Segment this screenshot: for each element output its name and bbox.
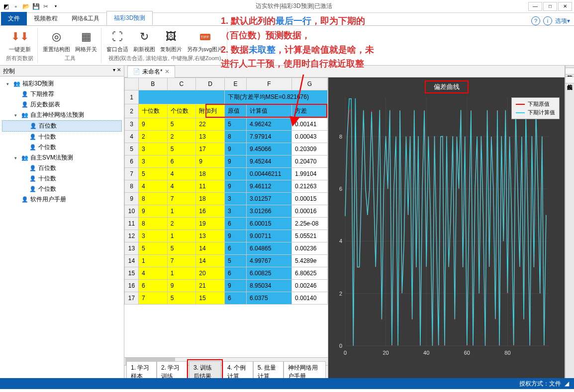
- data-cell[interactable]: 9: [139, 205, 168, 218]
- data-cell[interactable]: 15: [196, 292, 225, 305]
- fit-window-button[interactable]: ⛶窗口合适: [106, 29, 128, 53]
- qat-dropdown-icon[interactable]: ▾: [52, 2, 60, 10]
- data-cell[interactable]: 0.00236: [292, 242, 328, 255]
- data-cell[interactable]: 4: [167, 168, 196, 180]
- data-cell[interactable]: 8: [139, 193, 168, 205]
- data-cell[interactable]: 6: [167, 156, 196, 168]
- data-cell[interactable]: 7: [139, 292, 168, 305]
- data-cell[interactable]: 9: [196, 156, 225, 168]
- data-cell[interactable]: 4.96242: [246, 118, 291, 131]
- tree-node[interactable]: 👤软件用户手册: [2, 194, 122, 205]
- data-cell[interactable]: 6.04865: [246, 242, 291, 255]
- data-cell[interactable]: 6: [224, 267, 246, 280]
- data-cell[interactable]: 6: [224, 292, 246, 305]
- ribbon-tab-network[interactable]: 网络&工具: [65, 12, 106, 25]
- data-cell[interactable]: 4.99767: [246, 255, 291, 267]
- data-cell[interactable]: 6.80625: [292, 267, 328, 280]
- data-cell[interactable]: 5: [224, 255, 246, 267]
- data-cell[interactable]: 6: [139, 280, 168, 292]
- ribbon-tab-forecast[interactable]: 福彩3D预测: [106, 11, 153, 25]
- tree-node[interactable]: ▾👥福彩3D预测: [2, 78, 122, 89]
- row-header[interactable]: 15: [125, 267, 139, 280]
- options-button[interactable]: 选项▾: [555, 17, 570, 25]
- refresh-all-button[interactable]: ⬇⬇一键更新: [9, 29, 31, 53]
- row-header[interactable]: 10: [125, 205, 139, 218]
- help-icon[interactable]: ?: [531, 16, 540, 25]
- header-cell[interactable]: 附加列: [196, 104, 225, 118]
- data-cell[interactable]: 20: [196, 267, 225, 280]
- qat-cut-icon[interactable]: ✂: [42, 2, 50, 10]
- data-cell[interactable]: 0.20470: [292, 156, 328, 168]
- header-cell[interactable]: 原值: [224, 104, 246, 118]
- save-svg-button[interactable]: TIFF另存为svg图片: [187, 29, 223, 53]
- data-cell[interactable]: 1: [167, 205, 196, 218]
- tree-node[interactable]: ▾👥自主SVM法预测: [2, 153, 122, 163]
- data-cell[interactable]: 0.00016: [292, 205, 328, 218]
- data-cell[interactable]: 9: [224, 143, 246, 156]
- data-cell[interactable]: 5: [139, 168, 168, 180]
- data-cell[interactable]: 1: [167, 230, 196, 242]
- tree-node[interactable]: ▾👥自主神经网络法预测: [2, 110, 122, 120]
- data-cell[interactable]: 1: [139, 255, 168, 267]
- data-cell[interactable]: 0.21263: [292, 180, 328, 193]
- data-cell[interactable]: 0.00043: [292, 131, 328, 143]
- minimize-button[interactable]: —: [528, 2, 542, 11]
- data-cell[interactable]: 6: [224, 218, 246, 230]
- data-cell[interactable]: 9.45244: [246, 156, 291, 168]
- tree-node[interactable]: 👤十位数: [2, 173, 122, 184]
- result-tab[interactable]: 1. 学习样本: [126, 361, 157, 379]
- close-button[interactable]: ✕: [558, 2, 572, 11]
- tree-node[interactable]: 👤个位数: [2, 142, 122, 153]
- data-cell[interactable]: 6.00825: [246, 267, 291, 280]
- data-cell[interactable]: 2.25e-08: [292, 218, 328, 230]
- data-cell[interactable]: 2: [167, 218, 196, 230]
- data-cell[interactable]: 9: [167, 280, 196, 292]
- dock-tab-structure[interactable]: 结构简图: [565, 68, 574, 75]
- tree-node[interactable]: 👤下期推荐: [2, 89, 122, 99]
- data-cell[interactable]: 9: [224, 230, 246, 242]
- data-cell[interactable]: 5: [139, 242, 168, 255]
- expand-icon[interactable]: ▾: [6, 81, 11, 86]
- data-cell[interactable]: 0.20309: [292, 143, 328, 156]
- header-cell[interactable]: 计算值: [246, 104, 291, 118]
- data-cell[interactable]: 13: [196, 230, 225, 242]
- row-header[interactable]: 14: [125, 255, 139, 267]
- row-header[interactable]: 6: [125, 156, 139, 168]
- row-header[interactable]: 5: [125, 143, 139, 156]
- expand-icon[interactable]: ▾: [14, 156, 19, 160]
- data-cell[interactable]: 11: [196, 180, 225, 193]
- navigation-tree[interactable]: ▾👥福彩3D预测👤下期推荐👤历史数据表▾👥自主神经网络法预测👤百位数👤十位数👤个…: [0, 77, 124, 378]
- reset-struct-button[interactable]: ◎重置结构图: [43, 29, 70, 53]
- result-tab[interactable]: 2. 学习训练: [157, 361, 187, 379]
- col-header[interactable]: D: [196, 78, 225, 90]
- data-cell[interactable]: 3.01266: [246, 205, 291, 218]
- data-cell[interactable]: 5.4289e: [292, 255, 328, 267]
- data-cell[interactable]: 3: [224, 205, 246, 218]
- data-cell[interactable]: 5.05521: [292, 230, 328, 242]
- data-cell[interactable]: 3: [139, 156, 168, 168]
- data-grid[interactable]: BCDEFG1下期(方差平均MSE=0.821676)2十位数个位数附加列原值计…: [124, 78, 328, 305]
- result-tab[interactable]: 3. 训练后结果: [189, 361, 221, 379]
- header-cell[interactable]: 十位数: [139, 104, 168, 118]
- expand-icon[interactable]: ▾: [14, 113, 19, 118]
- data-cell[interactable]: 19: [196, 218, 225, 230]
- data-cell[interactable]: 9.00711: [246, 230, 291, 242]
- data-cell[interactable]: 9: [224, 180, 246, 193]
- side-panel-pin-icon[interactable]: ▾ ✕: [113, 67, 121, 75]
- data-cell[interactable]: 3.01257: [246, 193, 291, 205]
- tree-node[interactable]: 👤十位数: [2, 132, 122, 142]
- col-header[interactable]: E: [224, 78, 246, 90]
- data-cell[interactable]: 7: [167, 255, 196, 267]
- data-cell[interactable]: 7: [167, 193, 196, 205]
- maximize-button[interactable]: □: [543, 2, 557, 11]
- tree-node[interactable]: 👤百位数: [2, 120, 122, 132]
- result-tab[interactable]: 神经网络用户手册: [284, 361, 326, 379]
- data-cell[interactable]: 8: [224, 131, 246, 143]
- close-tab-icon[interactable]: ✕: [165, 68, 170, 75]
- data-cell[interactable]: 18: [196, 193, 225, 205]
- tree-node[interactable]: 👤历史数据表: [2, 99, 122, 110]
- data-cell[interactable]: 0.00246: [292, 280, 328, 292]
- data-cell[interactable]: 8: [139, 218, 168, 230]
- qat-save-icon[interactable]: 💾: [32, 2, 40, 10]
- col-header[interactable]: F: [246, 78, 291, 90]
